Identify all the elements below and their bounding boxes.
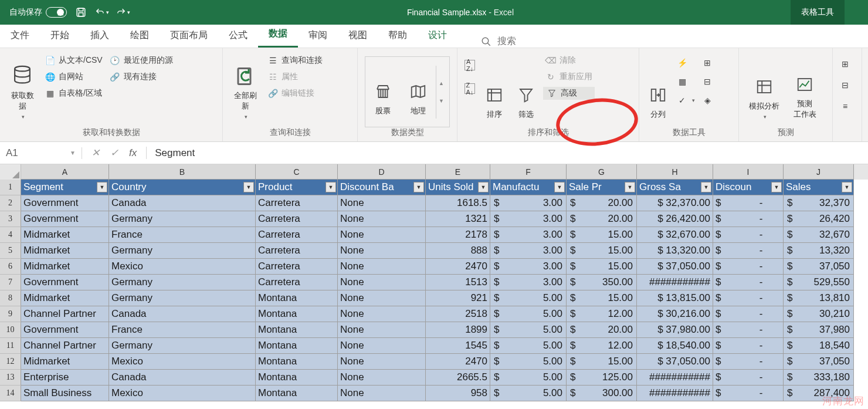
cell[interactable]: $32,370 [784, 195, 854, 211]
table-header-cell[interactable]: Discoun▼ [713, 180, 784, 195]
forecast-sheet-button[interactable]: 预测 工作表 [787, 52, 822, 122]
column-header-J[interactable]: J [784, 164, 854, 180]
existing-connections-button[interactable]: 🔗现有连接 [107, 70, 175, 83]
filter-dropdown-icon[interactable]: ▼ [842, 182, 852, 192]
cell[interactable]: $5.00 [490, 290, 567, 306]
tab-view[interactable]: 视图 [338, 25, 378, 48]
cell[interactable]: $5.00 [490, 306, 567, 322]
manage-data-model-button[interactable]: ◈ [700, 94, 715, 107]
cell[interactable]: Carretera [256, 275, 338, 290]
row-header[interactable]: 7 [0, 275, 21, 290]
cell[interactable]: 1618.5 [426, 195, 490, 211]
cell[interactable]: None [338, 275, 426, 290]
cell[interactable]: Government [21, 275, 109, 290]
row-header[interactable]: 12 [0, 354, 21, 370]
cancel-formula-icon[interactable]: ✕ [91, 147, 100, 159]
tab-file[interactable]: 文件 [0, 25, 40, 48]
tab-help[interactable]: 帮助 [378, 25, 418, 48]
cell[interactable]: $5.00 [490, 386, 567, 401]
tab-insert[interactable]: 插入 [80, 25, 120, 48]
get-data-button[interactable]: 获取数 据 ▾ [5, 52, 40, 122]
cell[interactable]: Channel Partner [21, 338, 109, 354]
row-header[interactable]: 4 [0, 227, 21, 243]
cell[interactable]: 1513 [426, 275, 490, 290]
cell[interactable]: $30,210 [784, 306, 854, 322]
formula-input[interactable]: Segment [147, 147, 195, 159]
fx-icon[interactable]: fx [129, 147, 137, 159]
filter-dropdown-icon[interactable]: ▼ [554, 182, 565, 192]
cell[interactable]: None [338, 370, 426, 386]
cell[interactable]: Carretera [256, 227, 338, 243]
cell[interactable]: $15.00 [567, 227, 637, 243]
cell[interactable]: $350.00 [567, 275, 637, 290]
filter-dropdown-icon[interactable]: ▼ [625, 182, 635, 192]
column-header-F[interactable]: F [490, 164, 567, 180]
column-header-G[interactable]: G [567, 164, 637, 180]
cell[interactable]: $- [713, 322, 784, 338]
cell[interactable]: Midmarket [21, 290, 109, 306]
cell[interactable]: $- [713, 259, 784, 275]
row-header[interactable]: 1 [0, 180, 21, 195]
cell[interactable]: $5.00 [490, 338, 567, 354]
cell[interactable]: None [338, 195, 426, 211]
cell[interactable]: $15.00 [567, 259, 637, 275]
row-header[interactable]: 8 [0, 290, 21, 306]
cell[interactable]: None [338, 338, 426, 354]
cell[interactable]: $13,320 [784, 243, 854, 259]
cell[interactable]: Germany [109, 275, 256, 290]
cell[interactable]: Carretera [256, 211, 338, 227]
filter-dropdown-icon[interactable]: ▼ [478, 182, 489, 192]
stocks-data-type-button[interactable]: 股票 [365, 66, 401, 119]
cell[interactable]: Germany [109, 338, 256, 354]
table-header-cell[interactable]: Country▼ [109, 180, 256, 195]
cell[interactable]: Midmarket [21, 259, 109, 275]
cell[interactable]: $3.00 [490, 195, 567, 211]
column-header-E[interactable]: E [426, 164, 490, 180]
cell[interactable]: $5.00 [490, 354, 567, 370]
cell[interactable]: $ 32,370.00 [637, 195, 713, 211]
cell[interactable]: Canada [109, 306, 256, 322]
cell[interactable]: None [338, 322, 426, 338]
cell[interactable]: $3.00 [490, 211, 567, 227]
table-header-cell[interactable]: Product▼ [256, 180, 338, 195]
tab-review[interactable]: 审阅 [298, 25, 338, 48]
row-header[interactable]: 9 [0, 306, 21, 322]
tab-formulas[interactable]: 公式 [218, 25, 258, 48]
cell[interactable]: $333,180 [784, 370, 854, 386]
cell[interactable]: Midmarket [21, 243, 109, 259]
flash-fill-button[interactable]: ⚡ [674, 56, 697, 69]
autosave-toggle[interactable]: 自动保存 关 [9, 7, 67, 18]
subtotal-button[interactable]: ≡ [838, 100, 853, 113]
text-to-columns-button[interactable]: 分列 [644, 52, 672, 122]
cell[interactable]: 2518 [426, 306, 490, 322]
table-header-cell[interactable]: Discount Ba▼ [338, 180, 426, 195]
cell[interactable]: $- [713, 243, 784, 259]
name-box-dropdown-icon[interactable]: ▼ [70, 150, 76, 156]
cell[interactable]: $ 13,320.00 [637, 243, 713, 259]
sort-asc-button[interactable]: AZ↓ [462, 59, 477, 72]
cell[interactable]: $3.00 [490, 275, 567, 290]
cell[interactable]: $ 37,050.00 [637, 354, 713, 370]
cell[interactable]: Channel Partner [21, 306, 109, 322]
cell[interactable]: Germany [109, 243, 256, 259]
table-header-cell[interactable]: Sales▼ [784, 180, 854, 195]
save-icon[interactable] [74, 5, 88, 19]
undo-icon[interactable]: ▾ [95, 5, 109, 19]
filter-dropdown-icon[interactable]: ▼ [97, 182, 107, 192]
filter-dropdown-icon[interactable]: ▼ [326, 182, 336, 192]
cell[interactable]: $- [713, 211, 784, 227]
cell[interactable]: $ 13,815.00 [637, 290, 713, 306]
cell[interactable]: Midmarket [21, 354, 109, 370]
cell[interactable]: 1899 [426, 322, 490, 338]
cell[interactable]: None [338, 211, 426, 227]
cell[interactable]: ########### [637, 275, 713, 290]
tab-design[interactable]: 设计 [418, 25, 457, 48]
consolidate-button[interactable]: ⊞ [700, 56, 715, 69]
cell[interactable]: Montana [256, 354, 338, 370]
data-validation-button[interactable]: ✓▾ [674, 94, 697, 107]
cell[interactable]: $20.00 [567, 195, 637, 211]
cell[interactable]: Germany [109, 211, 256, 227]
row-header[interactable]: 11 [0, 338, 21, 354]
cell[interactable]: $ 26,420.00 [637, 211, 713, 227]
cell[interactable]: $ 18,540.00 [637, 338, 713, 354]
